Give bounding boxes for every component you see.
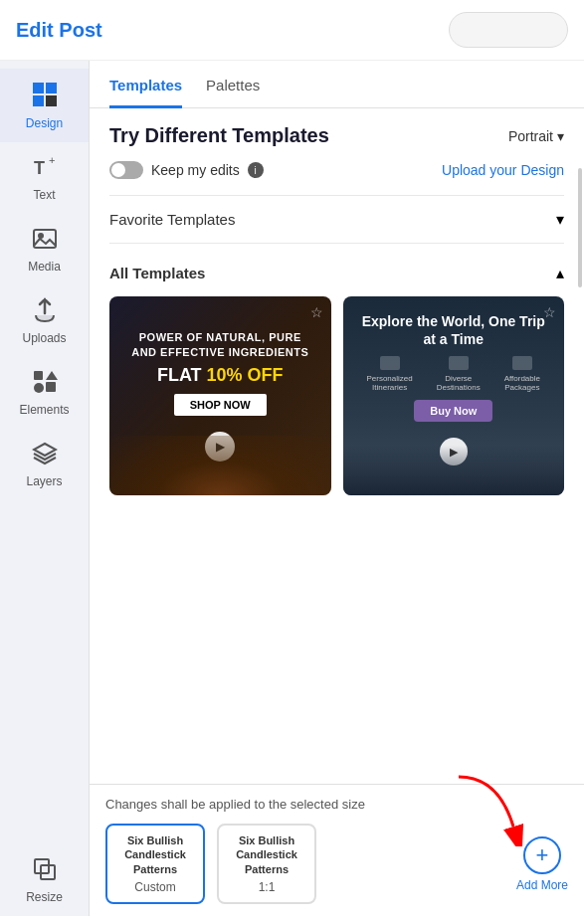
sidebar-item-resize-label: Resize [26,890,63,904]
feature2-icon [449,356,469,370]
svg-marker-9 [46,371,58,380]
add-more-circle-icon: + [523,836,561,874]
tab-palettes[interactable]: Palettes [206,61,260,108]
feature3-label: AffordablePackages [504,374,540,392]
template1-line1: POWER OF NATURAL, PURE AND EFFECTIVE ING… [125,330,315,359]
all-templates-header[interactable]: All Templates ▴ [109,264,564,282]
template-card-1[interactable]: ☆ POWER OF NATURAL, PURE AND EFFECTIVE I… [109,296,331,495]
sidebar: Design T + Text Media [0,61,90,916]
template1-discount: FLAT 10% OFF [157,365,284,386]
all-templates-title: All Templates [109,265,205,281]
template2-city-bg [343,446,565,495]
template2-feature2: DiverseDestinations [437,356,481,392]
search-input[interactable] [449,12,568,48]
text-icon: T + [32,154,58,184]
panel: Try Different Templates Portrait ▾ Keep … [90,108,584,784]
page-title: Edit Post [16,19,102,42]
feature1-label: PersonalizedItineraries [366,374,412,392]
content-area: Templates Palettes Try Different Templat… [90,61,584,916]
bottom-panel: Changes shall be applied to the selected… [90,784,584,916]
add-more-button[interactable]: + Add More [516,836,568,892]
elements-icon [32,369,58,399]
media-icon [32,226,58,256]
favorite-templates-dropdown[interactable]: Favorite Templates ▾ [109,195,564,244]
size-card-1-1[interactable]: Six BullishCandlestickPatterns 1:1 [217,824,316,904]
sidebar-item-text[interactable]: T + Text [0,142,89,214]
svg-rect-6 [34,230,56,248]
template2-title: Explore the World, One Trip at a Time [355,312,553,348]
template2-features: PersonalizedItineraries DiverseDestinati… [355,356,553,392]
size-row: Six BullishCandlestickPatterns Custom Si… [105,824,568,904]
sidebar-item-layers[interactable]: Layers [0,429,89,500]
svg-rect-1 [46,83,57,93]
template-card-2[interactable]: ☆ Explore the World, One Trip at a Time … [343,296,565,495]
feature1-icon [380,356,400,370]
keep-edits-label: Keep my edits [151,162,240,178]
scrollbar[interactable] [578,168,582,287]
layers-icon [32,441,58,470]
resize-icon [32,856,58,886]
sidebar-item-design-label: Design [26,116,63,130]
portrait-label: Portrait [508,128,553,144]
info-icon[interactable]: i [248,162,264,178]
sidebar-item-media-label: Media [28,260,61,274]
svg-rect-8 [34,371,43,380]
sidebar-item-uploads-label: Uploads [22,331,66,345]
template2-feature3: AffordablePackages [504,356,540,392]
edits-row: Keep my edits i Upload your Design [109,161,564,179]
tab-templates[interactable]: Templates [109,61,182,108]
keep-edits-toggle[interactable] [109,161,143,179]
sidebar-item-design[interactable]: Design [0,69,89,142]
svg-marker-12 [34,444,56,456]
template2-star-icon: ☆ [543,304,556,320]
edits-left: Keep my edits i [109,161,264,179]
svg-rect-11 [46,382,56,392]
size-card-custom-label: Six BullishCandlestickPatterns [121,833,189,876]
sidebar-item-text-label: Text [33,188,55,202]
template2-feature1: PersonalizedItineraries [366,356,412,392]
template2-buy-btn: Buy Now [414,400,492,422]
main-layout: Design T + Text Media [0,61,584,916]
svg-rect-3 [46,95,57,106]
size-card-1-1-sub: 1:1 [233,880,300,894]
favorite-templates-label: Favorite Templates [109,211,235,228]
template1-shop-btn: SHOP NOW [174,394,267,416]
svg-rect-2 [33,95,44,106]
sidebar-item-resize[interactable]: Resize [0,844,89,916]
feature3-icon [512,356,532,370]
section-header: Try Different Templates Portrait ▾ [109,124,564,147]
section-title: Try Different Templates [109,124,329,147]
template1-star-icon: ☆ [310,304,323,320]
bottom-note: Changes shall be applied to the selected… [105,797,568,812]
sidebar-item-uploads[interactable]: Uploads [0,285,89,357]
sidebar-item-layers-label: Layers [26,474,62,488]
upload-design-link[interactable]: Upload your Design [442,162,564,178]
template1-bg [109,436,331,495]
svg-point-10 [34,383,44,393]
toggle-knob [111,163,125,177]
size-card-custom[interactable]: Six BullishCandlestickPatterns Custom [105,824,205,904]
chevron-down-icon: ▾ [557,128,564,144]
svg-text:+: + [49,154,55,166]
portrait-button[interactable]: Portrait ▾ [508,128,564,144]
sidebar-item-elements[interactable]: Elements [0,357,89,429]
tabs-bar: Templates Palettes [90,61,584,108]
uploads-icon [32,297,58,327]
template-grid: ☆ POWER OF NATURAL, PURE AND EFFECTIVE I… [109,296,564,495]
svg-point-7 [38,233,44,239]
feature2-label: DiverseDestinations [437,374,481,392]
sidebar-item-elements-label: Elements [19,403,69,417]
chevron-down-icon-fav: ▾ [556,210,564,229]
add-more-label: Add More [516,878,568,892]
svg-text:T: T [34,158,45,178]
sidebar-item-media[interactable]: Media [0,214,89,285]
design-icon [31,81,59,112]
size-card-custom-sub: Custom [121,880,189,894]
chevron-up-icon: ▴ [556,264,564,282]
header: Edit Post [0,0,584,61]
svg-rect-0 [33,83,44,93]
size-card-1-1-label: Six BullishCandlestickPatterns [233,833,300,876]
